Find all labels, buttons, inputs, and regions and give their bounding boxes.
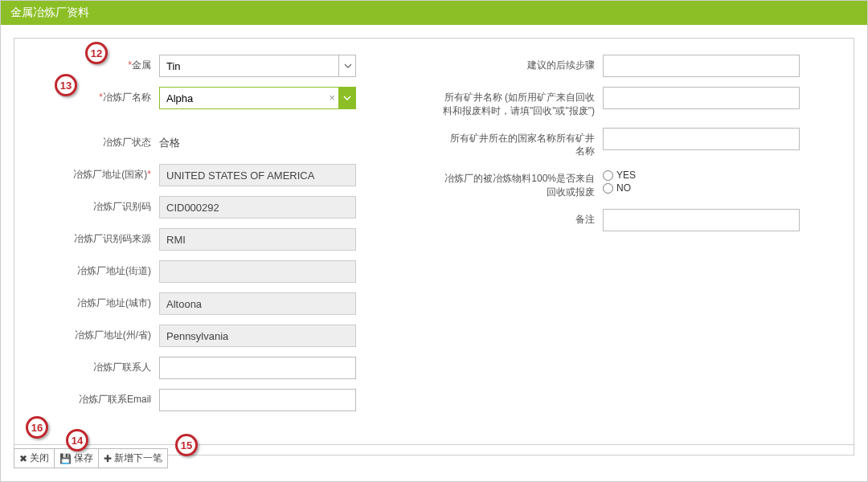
modal-header: 金属冶炼厂资料 — [1, 1, 867, 25]
status-value: 合格 — [159, 132, 356, 150]
street-input — [159, 260, 356, 283]
cid-source-input — [159, 228, 356, 251]
label-metal: 金属 — [132, 59, 151, 71]
callout-16: 16 — [26, 416, 48, 439]
recycled-yes-option[interactable]: YES — [603, 170, 800, 181]
callout-14: 14 — [66, 429, 88, 451]
right-column: 建议的后续步骤 所有矿井名称 (如所用矿产来自回收料和报废料时，请填"回收"或"… — [442, 55, 845, 421]
recycled-yes-radio[interactable] — [603, 170, 613, 181]
mine-names-input[interactable] — [603, 87, 800, 109]
modal-title: 金属冶炼厂资料 — [10, 6, 89, 18]
label-mine-names: 所有矿井名称 (如所用矿产来自回收料和报废料时，请填"回收"或"报废") — [443, 92, 595, 116]
left-column: *金属 *冶炼厂名称 — [23, 55, 426, 421]
label-smelter-name: 冶炼厂名称 — [103, 92, 151, 103]
recycled-no-option[interactable]: NO — [603, 182, 800, 194]
modal-body: 12 13 14 15 16 *金属 — [14, 38, 854, 455]
comments-input[interactable] — [603, 209, 800, 231]
label-contact: 冶炼厂联系人 — [93, 362, 151, 373]
close-button[interactable]: ✖ 关闭 — [14, 448, 55, 468]
contact-input[interactable] — [159, 357, 356, 379]
email-input[interactable] — [159, 389, 356, 411]
callout-13: 13 — [55, 74, 77, 96]
callout-15: 15 — [175, 434, 198, 456]
save-icon: 💾 — [59, 453, 72, 464]
mine-country-input[interactable] — [603, 128, 800, 150]
modal-footer: ✖ 关闭 💾 保存 ✚ 新增下一笔 — [14, 444, 854, 468]
state-input — [159, 325, 356, 347]
metal-select-input[interactable] — [159, 55, 356, 77]
add-next-button[interactable]: ✚ 新增下一笔 — [98, 448, 168, 468]
chevron-down-icon[interactable] — [338, 87, 356, 109]
smelter-name-combo[interactable]: × — [159, 87, 356, 109]
recycled-no-radio[interactable] — [603, 183, 613, 194]
metal-select[interactable] — [159, 55, 356, 77]
clear-icon[interactable]: × — [329, 92, 335, 104]
label-email: 冶炼厂联系Email — [79, 394, 151, 405]
smelter-info-modal: 金属冶炼厂资料 12 13 14 15 16 *金属 — [0, 0, 868, 482]
label-state: 冶炼厂地址(州/省) — [75, 329, 151, 341]
label-mine-country: 所有矿井所在的国家名称所有矿井名称 — [450, 133, 595, 157]
cid-input — [159, 196, 356, 219]
country-input — [159, 164, 356, 186]
next-steps-input[interactable] — [603, 55, 800, 77]
label-cid: 冶炼厂识别码 — [93, 201, 151, 212]
label-country: 冶炼厂地址(国家) — [73, 169, 147, 180]
label-recycled: 冶炼厂的被冶炼物料100%是否来自回收或报废 — [444, 173, 595, 198]
close-icon: ✖ — [19, 453, 27, 464]
plus-icon: ✚ — [104, 453, 112, 464]
label-next-steps: 建议的后续步骤 — [527, 59, 595, 71]
callout-12: 12 — [85, 42, 108, 64]
city-input — [159, 292, 356, 315]
label-city: 冶炼厂地址(城市) — [77, 297, 151, 308]
label-comments: 备注 — [575, 214, 595, 225]
label-cid-source: 冶炼厂识别码来源 — [74, 233, 151, 244]
label-street: 冶炼厂地址(街道) — [77, 265, 151, 276]
label-status: 冶炼厂状态 — [103, 137, 151, 148]
chevron-down-icon — [338, 55, 356, 77]
smelter-name-input[interactable] — [159, 87, 356, 109]
